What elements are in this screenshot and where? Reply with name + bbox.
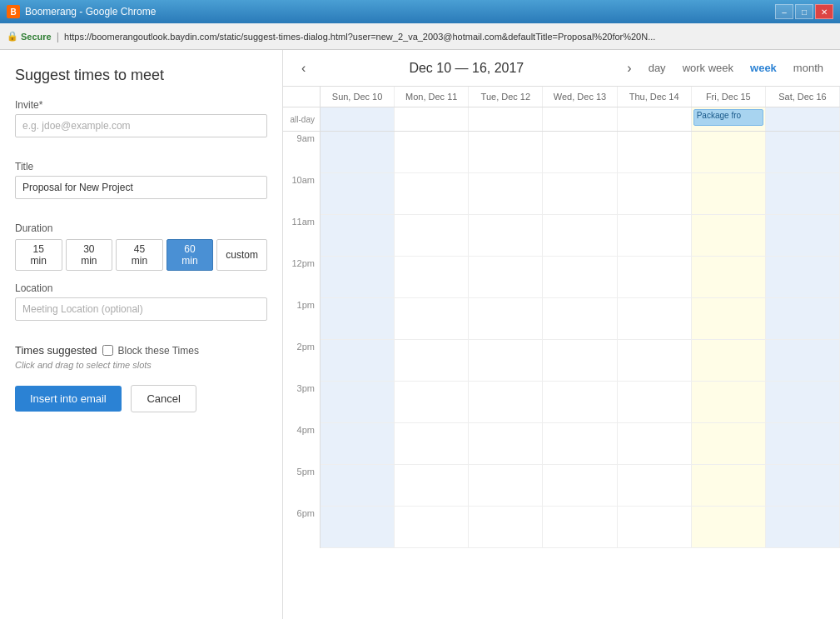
- grid-cell-8-2[interactable]: [469, 465, 543, 507]
- grid-cell-8-5[interactable]: [692, 465, 766, 507]
- next-week-button[interactable]: ›: [622, 61, 636, 76]
- grid-cell-7-3[interactable]: [543, 423, 617, 465]
- grid-cell-6-2[interactable]: [469, 382, 543, 423]
- grid-cell-4-3[interactable]: [543, 298, 617, 340]
- grid-cell-4-5[interactable]: [692, 298, 766, 340]
- insert-into-email-button[interactable]: Insert into email: [15, 386, 122, 412]
- grid-cell-2-4[interactable]: [618, 215, 692, 257]
- prev-week-button[interactable]: ‹: [296, 61, 311, 76]
- grid-cell-3-1[interactable]: [395, 257, 469, 298]
- cancel-button[interactable]: Cancel: [131, 385, 196, 412]
- view-work-week[interactable]: work week: [679, 60, 737, 76]
- grid-cell-9-0[interactable]: [321, 507, 395, 548]
- grid-cell-7-1[interactable]: [395, 423, 469, 465]
- grid-cell-5-2[interactable]: [469, 340, 543, 382]
- grid-cell-7-5[interactable]: [692, 423, 766, 465]
- grid-cell-5-4[interactable]: [618, 340, 692, 382]
- grid-cell-1-2[interactable]: [469, 173, 543, 215]
- grid-cell-9-3[interactable]: [543, 507, 617, 548]
- grid-cell-6-3[interactable]: [543, 382, 617, 423]
- allday-mon[interactable]: [395, 107, 469, 131]
- grid-cell-2-5[interactable]: [692, 215, 766, 257]
- duration-60[interactable]: 60 min: [167, 239, 214, 271]
- grid-cell-4-4[interactable]: [618, 298, 692, 340]
- grid-cell-6-0[interactable]: [321, 382, 395, 423]
- grid-cell-2-6[interactable]: [766, 215, 840, 257]
- duration-30[interactable]: 30 min: [66, 239, 113, 271]
- allday-thu[interactable]: [618, 107, 692, 131]
- grid-cell-0-5[interactable]: [692, 132, 766, 173]
- grid-cell-0-2[interactable]: [469, 132, 543, 173]
- allday-sat[interactable]: [766, 107, 840, 131]
- grid-cell-9-2[interactable]: [469, 507, 543, 548]
- grid-cell-6-6[interactable]: [766, 382, 840, 423]
- view-week[interactable]: week: [747, 60, 780, 76]
- grid-cell-3-0[interactable]: [321, 257, 395, 298]
- grid-cell-5-0[interactable]: [321, 340, 395, 382]
- grid-cell-8-1[interactable]: [395, 465, 469, 507]
- grid-cell-7-4[interactable]: [618, 423, 692, 465]
- grid-cell-0-4[interactable]: [618, 132, 692, 173]
- allday-wed[interactable]: [543, 107, 617, 131]
- allday-tue[interactable]: [469, 107, 543, 131]
- grid-cell-2-0[interactable]: [321, 215, 395, 257]
- grid-cell-5-3[interactable]: [543, 340, 617, 382]
- grid-cell-6-4[interactable]: [618, 382, 692, 423]
- grid-cell-8-3[interactable]: [543, 465, 617, 507]
- grid-cell-2-2[interactable]: [469, 215, 543, 257]
- grid-cell-0-3[interactable]: [543, 132, 617, 173]
- grid-cell-7-6[interactable]: [766, 423, 840, 465]
- view-month[interactable]: month: [790, 60, 827, 76]
- grid-cell-9-1[interactable]: [395, 507, 469, 548]
- grid-cell-5-5[interactable]: [692, 340, 766, 382]
- duration-15[interactable]: 15 min: [15, 239, 62, 271]
- allday-fri[interactable]: Package fro: [692, 107, 766, 131]
- grid-cell-5-1[interactable]: [395, 340, 469, 382]
- grid-cell-1-5[interactable]: [692, 173, 766, 215]
- grid-cell-8-4[interactable]: [618, 465, 692, 507]
- grid-cell-1-1[interactable]: [395, 173, 469, 215]
- grid-cell-4-2[interactable]: [469, 298, 543, 340]
- minimize-button[interactable]: –: [775, 4, 793, 19]
- grid-cell-4-0[interactable]: [321, 298, 395, 340]
- grid-cell-1-6[interactable]: [766, 173, 840, 215]
- grid-cell-8-6[interactable]: [766, 465, 840, 507]
- invite-input[interactable]: [15, 114, 267, 137]
- duration-45[interactable]: 45 min: [116, 239, 163, 271]
- grid-cell-3-3[interactable]: [543, 257, 617, 298]
- grid-cell-8-0[interactable]: [321, 465, 395, 507]
- grid-cell-3-6[interactable]: [766, 257, 840, 298]
- block-times-checkbox[interactable]: [102, 345, 113, 356]
- grid-cell-4-6[interactable]: [766, 298, 840, 340]
- view-day[interactable]: day: [645, 60, 669, 76]
- grid-cell-7-2[interactable]: [469, 423, 543, 465]
- address-url[interactable]: https://boomerangoutlook.baydin.com/stat…: [64, 32, 833, 42]
- grid-cell-5-6[interactable]: [766, 340, 840, 382]
- duration-custom[interactable]: custom: [216, 239, 267, 271]
- grid-cell-4-1[interactable]: [395, 298, 469, 340]
- calendar-grid[interactable]: Sun, Dec 10 Mon, Dec 11 Tue, Dec 12 Wed,…: [283, 87, 840, 619]
- grid-cell-9-4[interactable]: [618, 507, 692, 548]
- maximize-button[interactable]: □: [795, 4, 813, 19]
- grid-cell-3-2[interactable]: [469, 257, 543, 298]
- window-controls[interactable]: – □ ✕: [775, 4, 833, 19]
- grid-cell-9-6[interactable]: [766, 507, 840, 548]
- grid-cell-0-6[interactable]: [766, 132, 840, 173]
- grid-cell-3-5[interactable]: [692, 257, 766, 298]
- grid-cell-1-3[interactable]: [543, 173, 617, 215]
- allday-sun[interactable]: [321, 107, 395, 131]
- grid-cell-0-0[interactable]: [321, 132, 395, 173]
- grid-cell-2-1[interactable]: [395, 215, 469, 257]
- grid-cell-9-5[interactable]: [692, 507, 766, 548]
- grid-cell-1-0[interactable]: [321, 173, 395, 215]
- grid-cell-6-5[interactable]: [692, 382, 766, 423]
- close-button[interactable]: ✕: [815, 4, 833, 19]
- grid-cell-3-4[interactable]: [618, 257, 692, 298]
- grid-cell-2-3[interactable]: [543, 215, 617, 257]
- location-input[interactable]: [15, 297, 267, 321]
- grid-cell-0-1[interactable]: [395, 132, 469, 173]
- title-input[interactable]: [15, 176, 267, 199]
- grid-cell-7-0[interactable]: [321, 423, 395, 465]
- grid-cell-6-1[interactable]: [395, 382, 469, 423]
- grid-cell-1-4[interactable]: [618, 173, 692, 215]
